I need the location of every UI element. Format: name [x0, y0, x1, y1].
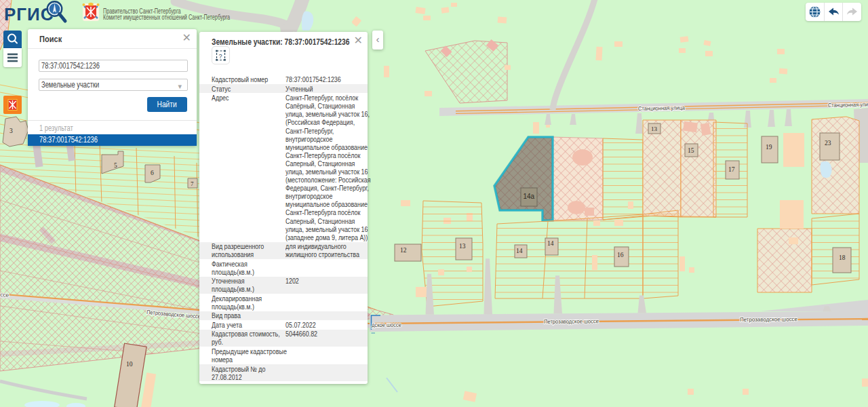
svg-text:Петрозаводское шоссе: Петрозаводское шоссе [544, 317, 599, 325]
svg-text:10: 10 [126, 361, 133, 368]
svg-text:15: 15 [688, 147, 694, 154]
svg-text:РГИС: РГИС [4, 4, 54, 24]
svg-text:19: 19 [766, 144, 772, 151]
svg-text:13: 13 [651, 125, 658, 132]
svg-text:6: 6 [151, 170, 154, 176]
svg-text:5: 5 [114, 162, 117, 169]
svg-text:3: 3 [9, 128, 13, 134]
svg-text:Станционная ули: Станционная ули [828, 101, 868, 109]
svg-text:14а: 14а [524, 193, 535, 200]
svg-text:13: 13 [459, 243, 466, 250]
svg-text:Станционная улица: Станционная улица [638, 104, 685, 112]
svg-text:?: ? [219, 53, 222, 60]
svg-text:23: 23 [825, 140, 831, 147]
svg-text:ссе: ссе [0, 291, 9, 298]
svg-text:Петрозаводское шоссе: Петрозаводское шоссе [740, 315, 797, 323]
svg-text:14: 14 [516, 248, 523, 254]
svg-text:дское шоссе: дское шоссе [372, 322, 401, 328]
svg-text:12: 12 [400, 247, 407, 254]
svg-text:18: 18 [839, 254, 846, 261]
svg-text:17: 17 [728, 166, 735, 173]
svg-text:14: 14 [547, 240, 554, 247]
svg-text:7: 7 [191, 180, 194, 187]
svg-text:16: 16 [617, 252, 624, 258]
